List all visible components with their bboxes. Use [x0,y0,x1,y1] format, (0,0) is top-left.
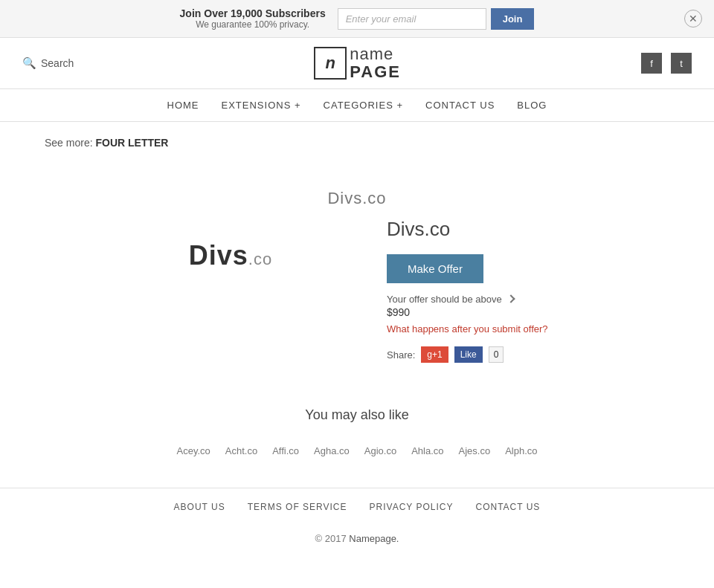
search-label: Search [41,57,74,69]
also-like-title: You may also like [30,407,684,423]
close-banner-button[interactable]: ✕ [684,10,702,28]
join-button[interactable]: Join [491,8,535,30]
share-label: Share: [387,349,415,361]
domain-ext-part: .co [362,189,386,207]
banner-title: Join Over 19,000 Subscribers [180,7,326,19]
breadcrumb-prefix: See more: [45,137,93,149]
twitter-icon[interactable]: t [671,53,692,74]
search-link[interactable]: 🔍 Search [22,56,74,70]
domain-card[interactable]: Agio.co [364,441,396,458]
breadcrumb: See more: FOUR LETTER [0,122,714,164]
nav-item-contact[interactable]: CONTACT US [425,100,495,111]
nav-item-categories[interactable]: CATEGORIES + [324,100,403,111]
footer-copy-year: © 2017 [315,533,347,544]
footer-copy: © 2017 Namepage. [0,526,714,559]
social-icons: f t [641,53,692,74]
domain-card[interactable]: Agha.co [314,441,350,458]
domain-card[interactable]: Affi.co [272,441,299,458]
domain-title: Divs.co [387,218,595,241]
footer-link[interactable]: ABOUT US [174,502,225,512]
facebook-icon[interactable]: f [641,53,662,74]
nav-item-extensions[interactable]: EXTENSIONS + [222,100,301,111]
make-offer-button[interactable]: Make Offer [387,254,483,283]
logo-name: name [350,45,401,63]
nav-item-blog[interactable]: BLOG [517,100,547,111]
main-nav: HOME EXTENSIONS + CATEGORIES + CONTACT U… [0,89,714,122]
logo[interactable]: n name PAGE [314,45,401,81]
domain-card[interactable]: Ajes.co [459,441,491,458]
share-row: Share: g+1 Like 0 [387,346,595,363]
breadcrumb-tag[interactable]: FOUR LETTER [95,137,168,149]
domain-image-text: Divs.co [189,240,272,271]
footer-link[interactable]: TERMS OF SERVICE [248,502,347,512]
facebook-like-button[interactable]: Like [454,346,483,363]
header: 🔍 Search n name PAGE f t [0,38,714,89]
banner-text: Join Over 19,000 Subscribers We guarante… [180,7,326,30]
google-plus-button[interactable]: g+1 [421,346,448,363]
search-icon: 🔍 [22,56,36,70]
logo-text: name PAGE [350,45,401,81]
offer-question-link[interactable]: What happens after you submit offer? [387,323,548,335]
domain-image-area: Divs.co [119,218,342,271]
logo-page: PAGE [350,63,401,81]
chevron-right-icon [506,295,515,303]
logo-box: n [314,47,347,80]
domain-section: Divs.co [0,164,714,218]
nav-item-home[interactable]: HOME [167,100,199,111]
domain-info: Divs.co Make Offer Your offer should be … [387,218,595,363]
banner-subtitle: We guarantee 100% privacy. [180,19,326,30]
domain-grid: Acey.coAcht.coAffi.coAgha.coAgio.coAhla.… [30,441,684,458]
email-input[interactable] [338,8,486,30]
domain-card[interactable]: Acht.co [225,441,257,458]
top-banner: Join Over 19,000 Subscribers We guarante… [0,0,714,38]
domain-logo-display: Divs.co [327,178,386,210]
offer-price: $990 [387,306,595,318]
domain-card[interactable]: Alph.co [505,441,537,458]
banner-form: Join [338,8,535,30]
facebook-count: 0 [489,346,504,363]
also-like-section: You may also like Acey.coAcht.coAffi.coA… [0,392,714,488]
main-content: Divs.co Divs.co Make Offer Your offer sh… [0,218,714,392]
domain-name-part: Divs [327,189,362,207]
offer-note: Your offer should be above [387,294,595,305]
footer-links: ABOUT USTERMS OF SERVICEPRIVACY POLICYCO… [0,488,714,526]
domain-card[interactable]: Ahla.co [411,441,443,458]
footer-link[interactable]: PRIVACY POLICY [370,502,454,512]
logo-letter: n [326,54,335,73]
footer-brand-link[interactable]: Namepage. [349,533,399,544]
domain-card[interactable]: Acey.co [176,441,210,458]
footer-link[interactable]: CONTACT US [475,502,540,512]
